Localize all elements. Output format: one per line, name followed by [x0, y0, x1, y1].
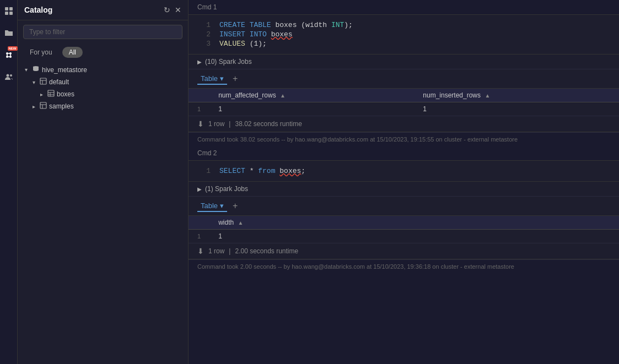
schema-icon	[40, 78, 47, 86]
cmd2-code-line-1: 1 SELECT * from boxes;	[189, 166, 619, 176]
tab-all[interactable]: All	[62, 47, 83, 58]
tab-for-you[interactable]: For you	[23, 47, 59, 58]
svg-rect-18	[48, 90, 54, 96]
cmd1-plus-btn[interactable]: +	[229, 73, 241, 85]
svg-rect-3	[9, 12, 13, 15]
cmd2-label: Cmd 2	[197, 149, 217, 157]
cmd2-result-footer: ⬇ 1 row | 2.00 seconds runtime	[189, 243, 619, 259]
table-icon	[47, 90, 55, 99]
people-icon-btn[interactable]	[2, 70, 15, 84]
cmd2-header: Cmd 2	[189, 146, 619, 161]
svg-rect-22	[40, 102, 46, 108]
catalog-panel: Catalog ↻ ✕ For you All ▾ hive_metastore…	[18, 0, 189, 364]
cmd2-result-table: width ▲ 1 1	[189, 216, 619, 243]
catalog-header-actions: ↻ ✕	[164, 6, 181, 14]
catalog-header: Catalog ↻ ✕	[18, 0, 188, 20]
cmd1-cell-num-inserted-1: 1	[414, 102, 619, 116]
cmd2-spark-jobs-label: (1) Spark Jobs	[205, 185, 248, 193]
chevron-hive-metastore: ▾	[22, 67, 30, 73]
cmd2-plus-btn[interactable]: +	[229, 200, 241, 212]
cmd1-result-footer: ⬇ 1 row | 38.02 seconds runtime	[189, 116, 619, 132]
cmd2-table-dropdown-icon: ▾	[220, 202, 224, 210]
svg-rect-0	[5, 7, 8, 10]
download-icon-cmd1[interactable]: ⬇	[197, 119, 204, 128]
cmd2-code-block: 1 SELECT * from boxes;	[189, 161, 619, 182]
cmd1-table-dropdown-icon: ▾	[220, 74, 224, 83]
sort-icon-width[interactable]: ▲	[238, 220, 243, 226]
tree-label-boxes: boxes	[57, 90, 74, 98]
svg-rect-15	[40, 78, 46, 84]
cmd2-cell-width-1: 1	[209, 230, 619, 243]
catalog-search-input[interactable]	[23, 25, 182, 39]
cmd2-command-took: Command took 2.00 seconds -- by hao.wang…	[189, 259, 619, 273]
line-num-2: 2	[197, 30, 211, 39]
refresh-icon[interactable]: ↻	[164, 6, 170, 14]
cmd1-cell-num-affected-1: 1	[209, 102, 414, 116]
line-num-3: 3	[197, 40, 211, 48]
cmd2-footer-rows: 1 row	[208, 247, 224, 255]
cmd1-command-took: Command took 38.02 seconds -- by hao.wan…	[189, 132, 619, 146]
cmd1-result-table: num_affected_rows ▲ num_inserted_rows ▲ …	[189, 89, 619, 116]
cmd2-spark-jobs-arrow: ▶	[197, 186, 202, 192]
cmd1-rownum-1: 1	[189, 102, 209, 116]
tree-label-hive-metastore: hive_metastore	[42, 66, 87, 74]
cmd1-table-label: Table	[201, 74, 218, 83]
cmd1-table-row: 1 1 1	[189, 102, 619, 116]
cmd1-col-num-inserted: num_inserted_rows ▲	[414, 89, 619, 102]
line-num-1: 1	[197, 21, 211, 29]
tree-item-default[interactable]: ▾ default	[18, 76, 188, 88]
svg-rect-2	[5, 12, 8, 15]
catalog-title: Catalog	[24, 6, 52, 14]
tree-item-boxes[interactable]: ▸ boxes	[18, 88, 188, 100]
cmd2-rownum-1: 1	[189, 230, 209, 243]
svg-point-13	[10, 74, 12, 77]
cmd1-col-rownum-header	[189, 89, 209, 102]
schema-icon-samples	[40, 102, 47, 111]
cmd2-footer-runtime: 2.00 seconds runtime	[235, 247, 298, 255]
cmd2-spark-jobs[interactable]: ▶ (1) Spark Jobs	[189, 182, 619, 197]
catalog-tabs: For you All	[18, 44, 188, 61]
cmd1-spark-jobs[interactable]: ▶ (10) Spark Jobs	[189, 55, 619, 69]
chevron-default: ▾	[30, 79, 37, 85]
code-line-2: 2 INSERT INTO boxes	[189, 30, 619, 39]
cmd2-table-label: Table	[201, 202, 218, 210]
cmd1-code-block: 1 CREATE TABLE boxes (width INT); 2 INSE…	[189, 15, 619, 55]
close-icon[interactable]: ✕	[175, 6, 181, 14]
download-icon-cmd2[interactable]: ⬇	[197, 247, 204, 256]
grid-icon-btn[interactable]	[2, 4, 15, 18]
tree-label-samples: samples	[49, 102, 74, 110]
tree-item-samples[interactable]: ▸ samples	[18, 100, 188, 112]
cmd2-table-row: 1 1	[189, 230, 619, 243]
cmd2-table-btn[interactable]: Table ▾	[197, 200, 227, 212]
main-content: Cmd 1 1 CREATE TABLE boxes (width INT); …	[189, 0, 619, 364]
new-badge-label: NEW	[8, 46, 18, 51]
svg-rect-1	[9, 7, 13, 10]
code-line-3: 3 VALUES (1);	[189, 39, 619, 48]
catalog-icon-btn[interactable]: NEW	[2, 48, 15, 62]
spark-jobs-arrow: ▶	[197, 59, 202, 65]
cmd1-result-toolbar: Table ▾ +	[189, 69, 619, 89]
tree-item-hive-metastore[interactable]: ▾ hive_metastore	[18, 63, 188, 76]
chevron-boxes: ▸	[37, 91, 45, 97]
chevron-samples: ▸	[30, 104, 37, 110]
cmd2-col-rownum-header	[189, 216, 209, 230]
tree-label-default: default	[49, 78, 69, 86]
sort-icon-num-inserted[interactable]: ▲	[485, 93, 490, 99]
cmd1-label: Cmd 1	[197, 3, 217, 11]
cmd1-footer-runtime: 38.02 seconds runtime	[235, 120, 302, 128]
code-line-1: 1 CREATE TABLE boxes (width INT);	[189, 20, 619, 30]
cmd1-table-btn[interactable]: Table ▾	[197, 73, 227, 85]
cmd2-col-width: width ▲	[209, 216, 619, 230]
cmd1-spark-jobs-label: (10) Spark Jobs	[205, 58, 252, 66]
left-sidebar-icons: NEW	[0, 0, 18, 364]
cmd2-result-container: Table ▾ + width ▲ 1 1	[189, 197, 619, 259]
sort-icon-num-affected[interactable]: ▲	[280, 93, 286, 99]
database-icon	[32, 65, 40, 74]
cmd1-footer-rows: 1 row	[208, 120, 224, 128]
cmd1-header: Cmd 1	[189, 0, 619, 15]
catalog-tree: ▾ hive_metastore ▾ default	[18, 61, 188, 364]
cmd2-result-toolbar: Table ▾ +	[189, 197, 619, 216]
folder-icon-btn[interactable]	[2, 26, 15, 40]
cmd1-result-container: Table ▾ + num_affected_rows ▲ num_insert…	[189, 69, 619, 132]
svg-point-12	[6, 74, 9, 77]
